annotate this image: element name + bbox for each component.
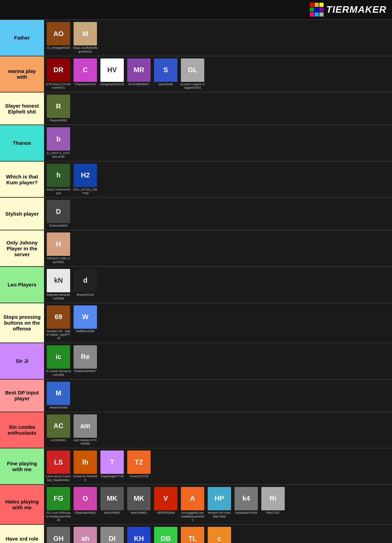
player-card[interactable]: MMayo snuffalduffagus#6421 xyxy=(73,22,98,54)
player-card[interactable]: ahahri cats#4960 xyxy=(73,527,98,543)
player-name: Al_Omega#9336 xyxy=(47,46,70,50)
player-card[interactable]: k4k4mikaze#1058 xyxy=(234,487,259,515)
player-card[interactable]: AOAl_Omega#9336 xyxy=(46,22,71,50)
player-name: b_USSY b_HAGE#14799 xyxy=(46,151,71,159)
avatar: TL xyxy=(181,527,204,543)
player-card[interactable]: DDonniz#8659 xyxy=(46,200,71,228)
tier-label-hates-playing: Hates playing with me xyxy=(0,485,44,524)
tier-content-johnny: HHamxrd LOles_exp#2991 xyxy=(44,230,392,266)
player-card[interactable]: TZTuneZz#3718 xyxy=(127,450,151,478)
avatar: Ri xyxy=(261,487,285,510)
avatar: FG xyxy=(47,487,70,510)
player-card[interactable]: CChaineru#4742 xyxy=(73,58,98,86)
player-card[interactable]: WWaffles#4585 xyxy=(73,305,98,333)
avatar: GL xyxy=(181,58,204,82)
avatar: 69 xyxy=(47,305,70,329)
player-card[interactable]: GLGurren/ Lagann Xeigam#1691 xyxy=(180,58,205,90)
player-card[interactable]: icin coma* bunnycam#2486 xyxy=(46,345,71,377)
tier-content-hates-playing: FGFG Lore Enthusiast #ombunism#5028OOlea… xyxy=(44,485,392,524)
player-card[interactable]: LSLeno sKum Cannibal_Squid#4662 xyxy=(46,450,71,482)
player-card[interactable]: DIDaisuke Ishiwatari ticker.2#7820 xyxy=(100,527,124,543)
player-card[interactable]: MRM.RARE#8607 xyxy=(127,58,151,86)
player-name: MoKu#9851 xyxy=(131,511,148,515)
player-card[interactable]: bb_USSY b_HAGE#14799 xyxy=(46,127,71,159)
tier-row-sin-combo: Sin combo enthusiastsACACIZ#9491amanti m… xyxy=(0,412,392,449)
player-card[interactable]: HVHongVushi#6129 xyxy=(100,58,124,86)
tier-label-sir-ji: Sir Ji xyxy=(0,343,44,379)
player-card[interactable]: KHKazuto Hitori#005 xyxy=(127,527,151,543)
player-name: Hamxrd LOles_exp#2991 xyxy=(46,257,71,264)
player-name: Honest Pot main bfa#7830 xyxy=(207,511,232,519)
avatar: R xyxy=(47,95,70,118)
player-card[interactable]: amanti mwlwin HTXM0990 xyxy=(73,414,98,446)
tier-content-sin-combo: ACACIZ#9491amanti mwlwin HTXM0990 xyxy=(44,412,392,448)
player-name: TuneZz#3718 xyxy=(129,475,148,478)
avatar: T xyxy=(100,450,124,474)
avatar: MK xyxy=(100,487,124,510)
player-name: M.RARE#8607 xyxy=(129,83,149,86)
avatar: M xyxy=(47,382,70,405)
player-name: sien#5346 xyxy=(159,83,173,86)
tier-row-leo: Leo PlayerskNkoppula Narayan #of3388ddre… xyxy=(0,267,392,303)
player-card[interactable]: H2H2A_23 h2a_2367766 xyxy=(73,164,98,195)
player-card[interactable]: HPHonest Pot main bfa#7830 xyxy=(207,487,232,519)
player-card[interactable]: AAnuraggedy-ass Gobblesoxx#0360 xyxy=(180,487,205,522)
player-name: Riz#7162 xyxy=(266,511,280,515)
tier-label-fine-playing: Fine playing with me xyxy=(0,448,44,484)
avatar: k4 xyxy=(235,487,258,510)
player-card[interactable]: 69Number 69 : Saber player_jojo#7776 xyxy=(46,305,71,340)
tier-content-best-dp: MMelwin#9069 xyxy=(44,380,392,412)
player-card[interactable]: ACACIZ#9491 xyxy=(46,414,71,442)
player-name: MoKu#9851 xyxy=(104,511,121,515)
avatar: am xyxy=(74,414,97,438)
tier-content-slayer: RRayos#6252 xyxy=(44,93,392,124)
tier-row-stylish: Stylish playerDDonniz#8659 xyxy=(0,198,392,230)
player-name: Chaineru#4742 xyxy=(75,83,96,86)
tier-content-thanos: bb_USSY b_HAGE#14799 xyxy=(44,125,392,161)
avatar: O xyxy=(74,487,97,510)
tier-row-sir-ji: Sir Jiicin coma* bunnycam#2486ReRedacted… xyxy=(0,343,392,380)
player-card[interactable]: DBDBLOC#0216 xyxy=(153,527,178,543)
player-card[interactable]: MMelwin#9069 xyxy=(46,382,71,410)
tier-label-father: Father xyxy=(0,20,44,56)
logo-grid xyxy=(310,3,324,17)
tier-label-leo: Leo Players xyxy=(0,267,44,303)
player-card[interactable]: MKMoKu#9851 xyxy=(100,487,124,515)
avatar: DI xyxy=(100,527,124,543)
tier-row-slayer: Slayer honest Elphelt shitRRayos#6252 xyxy=(0,93,392,125)
player-card[interactable]: TLTTM_LeoMe#891 xyxy=(180,527,205,543)
logo-text: TiERMAKER xyxy=(326,4,386,15)
player-name: Number 69 : Saber player_jojo#7776 xyxy=(46,329,71,340)
avatar: TZ xyxy=(127,450,151,474)
player-card[interactable]: kNkoppula Narayan #of3388 xyxy=(46,269,71,301)
avatar: HP xyxy=(208,487,231,510)
player-card[interactable]: DRD.R Firoz D.R Fierce#6471 xyxy=(46,58,71,90)
player-name: h2a23 Hammo#2024 xyxy=(46,188,71,195)
tier-list: FatherAOAl_Omega#9336MMayo snuffalduffag… xyxy=(0,20,392,543)
player-card[interactable]: hh2a23 Hammo#2024 xyxy=(46,164,71,195)
player-card[interactable]: ddream#2244 xyxy=(73,269,98,297)
tier-content-father: AOAl_Omega#9336MMayo snuffalduffagus#642… xyxy=(44,20,392,56)
player-card[interactable]: MKMoKu#9851 xyxy=(127,487,151,515)
player-name: Gurren/ Lagann Xeigam#1691 xyxy=(180,83,205,90)
tier-row-hates-playing: Hates playing with meFGFG Lore Enthusias… xyxy=(0,485,392,525)
player-card[interactable]: TToapSingh#7735 xyxy=(100,450,124,478)
player-card[interactable]: OOleander#4081 xyxy=(73,487,98,515)
player-card[interactable]: VVEllOff#3094 xyxy=(153,487,178,515)
player-card[interactable]: HHamxrd LOles_exp#2991 xyxy=(46,232,71,264)
player-card[interactable]: GHGHosT#5574 xyxy=(46,527,71,543)
player-card[interactable]: ReRedacted#6607 xyxy=(73,345,98,373)
player-card[interactable]: RRayos#6252 xyxy=(46,95,71,122)
avatar: Re xyxy=(74,345,97,369)
avatar: GH xyxy=(47,527,70,543)
player-card[interactable]: lhlouhai for hire#655 xyxy=(73,450,98,482)
player-card[interactable]: FGFG Lore Enthusiast #ombunism#5028 xyxy=(46,487,71,522)
tiermaker-logo: TiERMAKER xyxy=(310,3,386,17)
player-card[interactable]: Ssien#5346 xyxy=(153,58,178,86)
tier-content-wanna-play: DRD.R Firoz D.R Fierce#6471CChaineru#474… xyxy=(44,56,392,92)
player-card[interactable]: RiRiz#7162 xyxy=(261,487,285,515)
player-card[interactable]: cchoosing a new MullaxMercury#3943 xyxy=(207,527,232,543)
tier-content-sir-ji: icin coma* bunnycam#2486ReRedacted#6607 xyxy=(44,343,392,379)
player-name: Leno sKum Cannibal_Squid#4662 xyxy=(46,475,71,482)
avatar: HV xyxy=(100,58,124,82)
